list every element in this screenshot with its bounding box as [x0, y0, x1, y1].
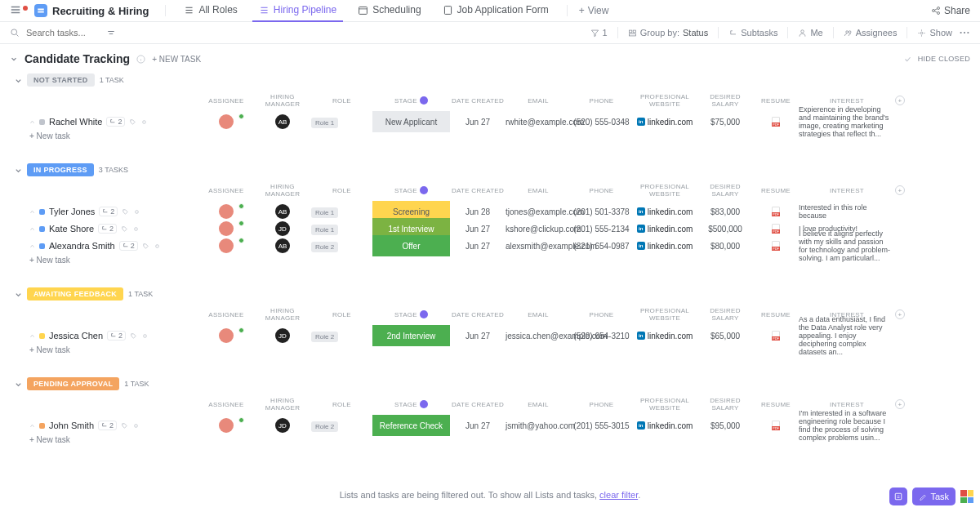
website-cell[interactable]: inlinkedin.com — [632, 225, 697, 234]
task-row[interactable]: Alexandra Smith2ABRole 2OfferJun 27alexs… — [0, 235, 980, 252]
tab-scheduling[interactable]: Scheduling — [351, 0, 427, 22]
hiring-manager-cell[interactable]: AB — [254, 204, 311, 219]
col-hiring-manager[interactable]: HIRING MANAGER — [254, 183, 311, 198]
col-salary[interactable]: DESIRED SALARY — [697, 397, 753, 412]
add-column-button[interactable]: + — [895, 185, 905, 195]
col-salary[interactable]: DESIRED SALARY — [697, 183, 753, 198]
subtask-count[interactable]: 2 — [119, 241, 138, 251]
role-cell[interactable]: Role 1 — [311, 118, 372, 127]
website-cell[interactable]: inlinkedin.com — [632, 421, 697, 430]
assignee-cell[interactable] — [198, 418, 254, 433]
subtask-count[interactable]: 2 — [99, 207, 118, 216]
col-website[interactable]: PROFESIONAL WEBSITE — [632, 307, 697, 322]
link-icon[interactable] — [132, 422, 140, 430]
col-role[interactable]: ROLE — [311, 187, 372, 194]
col-phone[interactable]: PHONE — [571, 401, 632, 408]
col-phone[interactable]: PHONE — [571, 97, 632, 105]
website-cell[interactable]: inlinkedin.com — [632, 332, 697, 341]
col-date[interactable]: DATE CREATED — [450, 401, 506, 408]
tag-icon[interactable] — [142, 243, 149, 250]
stage-cell[interactable]: Offer — [372, 235, 450, 256]
hiring-manager-cell[interactable]: JD — [254, 221, 311, 236]
role-cell[interactable]: Role 1 — [311, 207, 372, 216]
col-website[interactable]: PROFESIONAL WEBSITE — [632, 93, 697, 108]
col-email[interactable]: EMAIL — [506, 187, 571, 194]
role-cell[interactable]: Role 2 — [311, 332, 372, 341]
notepad-fab[interactable] — [889, 488, 907, 505]
status-chip[interactable]: PENDING APPROVAL — [27, 377, 119, 390]
col-interest[interactable]: INTEREST — [799, 401, 895, 408]
col-resume[interactable]: RESUME — [753, 311, 799, 318]
subtask-count[interactable]: 2 — [98, 421, 117, 430]
col-interest[interactable]: INTEREST — [799, 187, 895, 194]
assignee-cell[interactable] — [198, 204, 254, 219]
resume-cell[interactable]: PDF — [753, 331, 799, 341]
caret-down-icon[interactable] — [15, 291, 22, 298]
col-phone[interactable]: PHONE — [571, 311, 632, 318]
website-cell[interactable]: inlinkedin.com — [632, 207, 697, 216]
task-name[interactable]: Rachel White — [49, 117, 102, 127]
col-resume[interactable]: RESUME — [753, 187, 799, 194]
expand-icon[interactable] — [29, 333, 35, 339]
add-view-button[interactable]: + View — [579, 5, 609, 16]
caret-down-icon[interactable] — [15, 381, 22, 388]
tab-all-roles[interactable]: All Roles — [177, 0, 243, 22]
status-chip[interactable]: AWAITING FEEDBACK — [27, 287, 123, 301]
email-cell[interactable]: jessica.chen@example.com — [506, 332, 571, 341]
me-button[interactable]: Me — [798, 28, 822, 38]
email-cell[interactable]: alexsmith@example.com — [506, 242, 571, 251]
task-name[interactable]: John Smith — [49, 421, 94, 430]
resume-cell[interactable]: PDF — [753, 224, 799, 234]
hiring-manager-cell[interactable]: AB — [254, 238, 311, 253]
col-date[interactable]: DATE CREATED — [450, 187, 506, 194]
col-assignee[interactable]: ASSIGNEE — [198, 97, 254, 105]
collapse-icon[interactable] — [106, 28, 116, 38]
col-phone[interactable]: PHONE — [571, 187, 632, 194]
space-chip[interactable]: Recruiting & Hiring — [29, 2, 154, 19]
more-icon[interactable] — [959, 27, 970, 38]
stage-cell[interactable]: New Applicant — [372, 111, 450, 132]
col-resume[interactable]: RESUME — [753, 97, 799, 105]
add-column-button[interactable]: + — [895, 309, 905, 319]
assignee-cell[interactable] — [198, 328, 254, 343]
show-button[interactable]: Show — [917, 28, 952, 38]
subtasks-button[interactable]: Subtasks — [728, 28, 777, 38]
apps-icon[interactable] — [960, 490, 973, 503]
add-column-button[interactable]: + — [895, 96, 905, 105]
email-cell[interactable]: jsmith@yahoo.com — [506, 421, 571, 430]
col-email[interactable]: EMAIL — [506, 97, 571, 105]
link-icon[interactable] — [154, 243, 161, 250]
col-salary[interactable]: DESIRED SALARY — [697, 93, 753, 108]
col-email[interactable]: EMAIL — [506, 401, 571, 408]
status-dot[interactable] — [39, 333, 45, 339]
add-column-button[interactable]: + — [895, 399, 905, 409]
col-stage[interactable]: STAGE — [372, 310, 450, 318]
search-icon[interactable] — [10, 28, 20, 38]
info-icon[interactable] — [136, 55, 145, 64]
hide-closed-button[interactable]: HIDE CLOSED — [918, 55, 970, 63]
email-cell[interactable]: rwhite@example.com — [506, 118, 571, 127]
col-website[interactable]: PROFESIONAL WEBSITE — [632, 397, 697, 412]
website-cell[interactable]: inlinkedin.com — [632, 242, 697, 251]
expand-icon[interactable] — [29, 243, 35, 249]
assignee-cell[interactable] — [198, 238, 254, 253]
col-email[interactable]: EMAIL — [506, 311, 571, 318]
tag-icon[interactable] — [130, 332, 137, 340]
col-interest[interactable]: INTEREST — [799, 97, 895, 105]
hiring-manager-cell[interactable]: JD — [254, 328, 311, 343]
col-stage[interactable]: STAGE — [372, 186, 450, 194]
email-cell[interactable]: tjones@example.com — [506, 207, 571, 216]
subtask-count[interactable]: 2 — [106, 117, 125, 127]
hiring-manager-cell[interactable]: AB — [254, 114, 311, 129]
resume-cell[interactable]: PDF — [753, 117, 799, 127]
tag-icon[interactable] — [129, 118, 136, 126]
clear-filter-link[interactable]: clear filter — [599, 490, 638, 500]
stage-cell[interactable]: Reference Check — [372, 415, 450, 436]
status-chip[interactable]: IN PROGRESS — [27, 163, 94, 176]
subtask-count[interactable]: 2 — [98, 224, 117, 234]
col-hiring-manager[interactable]: HIRING MANAGER — [254, 397, 311, 412]
role-cell[interactable]: Role 1 — [311, 225, 372, 234]
col-hiring-manager[interactable]: HIRING MANAGER — [254, 307, 311, 322]
task-name[interactable]: Alexandra Smith — [49, 241, 115, 251]
link-icon[interactable] — [133, 208, 140, 216]
